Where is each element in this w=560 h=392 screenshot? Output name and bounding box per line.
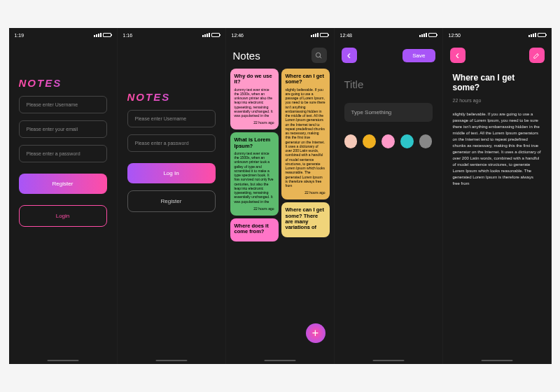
note-title: Where does it come from? bbox=[234, 223, 274, 235]
app-logo: NOTES bbox=[127, 91, 216, 103]
note-card[interactable]: Where does it come from? bbox=[230, 218, 279, 242]
status-time: 12:48 bbox=[340, 33, 353, 38]
status-bar: 12:46 bbox=[226, 28, 334, 42]
plus-icon: + bbox=[312, 327, 318, 340]
add-note-button[interactable]: + bbox=[306, 323, 326, 343]
status-time: 12:50 bbox=[449, 33, 461, 38]
signal-icon bbox=[311, 33, 318, 37]
password-field[interactable]: Please enter a password bbox=[19, 145, 107, 162]
home-indicator bbox=[482, 360, 513, 361]
edit-button[interactable] bbox=[529, 48, 545, 63]
color-swatch-pink[interactable] bbox=[382, 134, 395, 148]
chevron-left-icon: ‹ bbox=[347, 49, 351, 62]
note-body: slightly believable. If you are going to… bbox=[453, 111, 542, 187]
svg-line-1 bbox=[320, 56, 321, 57]
chevron-left-icon: ‹ bbox=[456, 49, 459, 62]
note-title: Why do we use it? bbox=[234, 74, 274, 85]
username-field[interactable]: Please enter Username bbox=[127, 110, 216, 127]
note-card[interactable]: What is Lorem Ipsum? dummy text ever sin… bbox=[230, 132, 279, 216]
note-body: dummy text ever since the 1500s, when an… bbox=[234, 88, 274, 118]
home-indicator bbox=[47, 360, 78, 361]
note-title: What is Lorem Ipsum? bbox=[234, 137, 274, 149]
search-button[interactable] bbox=[312, 48, 327, 63]
login-button[interactable]: Log In bbox=[127, 163, 216, 183]
note-card[interactable]: Why do we use it? dummy text ever since … bbox=[230, 69, 279, 130]
color-picker bbox=[344, 134, 433, 148]
back-button[interactable]: ‹ bbox=[342, 48, 357, 63]
status-bar: 1:16 bbox=[118, 28, 225, 42]
password-field[interactable]: Please enter a password bbox=[127, 134, 216, 152]
color-swatch-peach[interactable] bbox=[344, 134, 358, 148]
note-timestamp: 22 hours ago bbox=[453, 98, 542, 103]
home-indicator bbox=[372, 360, 404, 361]
signal-icon bbox=[202, 33, 210, 37]
status-time: 1:16 bbox=[123, 33, 133, 38]
svg-point-0 bbox=[316, 52, 320, 57]
battery-icon bbox=[428, 33, 437, 37]
status-time: 12:46 bbox=[232, 33, 244, 38]
login-link-button[interactable]: Login bbox=[19, 205, 107, 227]
note-card[interactable]: Where can I get some? There are many var… bbox=[281, 202, 330, 237]
note-timestamp: 22 hours ago bbox=[286, 190, 326, 195]
username-field[interactable]: Please enter Username bbox=[19, 96, 107, 113]
battery-icon bbox=[211, 33, 220, 37]
status-bar: 1:19 bbox=[9, 28, 117, 42]
note-title: Where can I get some? bbox=[286, 74, 326, 85]
status-bar: 12:50 bbox=[443, 28, 552, 42]
battery-icon bbox=[538, 33, 546, 37]
note-timestamp: 22 hours ago bbox=[234, 206, 274, 211]
body-input[interactable]: Type Something bbox=[344, 103, 433, 122]
save-button[interactable]: Save bbox=[402, 49, 435, 62]
edit-icon bbox=[533, 52, 540, 59]
note-timestamp: 22 hours ago bbox=[234, 120, 274, 125]
color-swatch-teal[interactable] bbox=[400, 134, 414, 148]
register-button[interactable]: Register bbox=[19, 174, 107, 194]
note-body: dummy text ever since the 1500s, when an… bbox=[234, 151, 274, 204]
signal-icon bbox=[419, 33, 427, 37]
home-indicator bbox=[155, 360, 187, 361]
note-title: Where can I get some? bbox=[453, 73, 542, 92]
title-input[interactable]: Title bbox=[344, 78, 433, 90]
back-button[interactable]: ‹ bbox=[450, 48, 465, 63]
color-swatch-yellow[interactable] bbox=[363, 134, 376, 148]
color-swatch-gray[interactable] bbox=[419, 134, 433, 148]
note-card[interactable]: Where can I get some? slightly believabl… bbox=[281, 69, 330, 200]
note-title: Where can I get some? There are many var… bbox=[286, 207, 326, 230]
register-link-button[interactable]: Register bbox=[127, 190, 216, 212]
email-field[interactable]: Please enter your email bbox=[19, 120, 107, 138]
signal-icon bbox=[528, 33, 536, 37]
note-body: slightly believable. If you are going to… bbox=[286, 88, 326, 188]
search-icon bbox=[315, 52, 323, 59]
home-indicator bbox=[264, 360, 295, 361]
status-time: 1:19 bbox=[15, 33, 24, 38]
battery-icon bbox=[320, 33, 328, 37]
status-bar: 12:48 bbox=[335, 28, 442, 42]
page-title: Notes bbox=[233, 50, 260, 62]
app-logo: NOTES bbox=[19, 77, 107, 89]
signal-icon bbox=[94, 33, 102, 37]
battery-icon bbox=[103, 33, 111, 37]
